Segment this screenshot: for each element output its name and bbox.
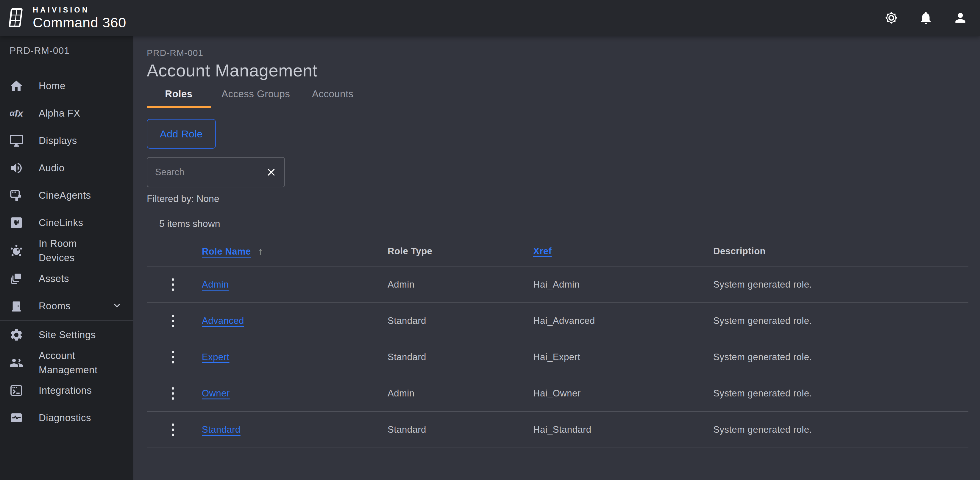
table-row: Admin Admin Hai_Admin System generated r… bbox=[147, 266, 968, 303]
add-role-button[interactable]: Add Role bbox=[147, 119, 216, 149]
sidebar-item-label: Displays bbox=[39, 133, 77, 148]
topbar-actions bbox=[883, 10, 968, 25]
sidebar-item-alpha-fx[interactable]: αfx Alpha FX bbox=[0, 100, 134, 127]
roles-table: Role Name↑ Role Type Xref Description Ad… bbox=[147, 236, 968, 448]
xref-cell: Hai_Expert bbox=[533, 352, 713, 363]
top-bar: HAIVISION Command 360 bbox=[0, 0, 980, 36]
display-settings-button[interactable] bbox=[883, 10, 899, 25]
row-actions-menu-button[interactable] bbox=[164, 383, 182, 404]
chevron-down-icon bbox=[111, 300, 123, 312]
page-title: Account Management bbox=[147, 61, 967, 80]
sidebar-item-cineagents[interactable]: CineAgents bbox=[0, 182, 134, 209]
sidebar-item-label: Alpha FX bbox=[39, 106, 80, 120]
clear-search-button[interactable] bbox=[265, 166, 278, 179]
sidebar-item-in-room-devices[interactable]: In Room Devices bbox=[0, 236, 134, 265]
row-actions-menu-button[interactable] bbox=[164, 310, 182, 331]
sidebar-divider bbox=[0, 320, 134, 321]
home-icon bbox=[9, 79, 24, 93]
role-name-link[interactable]: Advanced bbox=[202, 315, 244, 326]
role-type-cell: Standard bbox=[388, 425, 533, 435]
role-name-link[interactable]: Admin bbox=[202, 279, 229, 290]
gear-icon bbox=[9, 328, 24, 342]
cine-agents-icon bbox=[9, 188, 24, 203]
heartbeat-icon bbox=[9, 410, 24, 425]
sidebar-item-site-settings[interactable]: Site Settings bbox=[0, 321, 134, 349]
row-actions-menu-button[interactable] bbox=[164, 347, 182, 368]
display-settings-icon bbox=[884, 10, 899, 25]
row-actions-menu-button[interactable] bbox=[164, 274, 182, 295]
sidebar-item-label: Audio bbox=[39, 161, 65, 175]
table-row: Advanced Standard Hai_Advanced System ge… bbox=[147, 303, 968, 339]
room-name: PRD-RM-001 bbox=[0, 45, 134, 56]
tab-roles[interactable]: Roles bbox=[147, 88, 211, 106]
account-button[interactable] bbox=[953, 10, 968, 25]
sidebar-item-home[interactable]: Home bbox=[0, 72, 134, 100]
table-row: Owner Admin Hai_Owner System generated r… bbox=[147, 375, 968, 412]
layers-icon bbox=[9, 271, 24, 286]
column-header-description: Description bbox=[713, 246, 968, 257]
xref-cell: Hai_Owner bbox=[533, 388, 713, 399]
role-type-cell: Standard bbox=[388, 315, 533, 326]
sidebar-item-displays[interactable]: Displays bbox=[0, 127, 134, 154]
role-name-link[interactable]: Expert bbox=[202, 352, 229, 362]
description-cell: System generated role. bbox=[713, 279, 968, 290]
sidebar-item-label: In Room Devices bbox=[39, 236, 114, 265]
notifications-button[interactable] bbox=[918, 10, 934, 25]
close-icon bbox=[266, 167, 277, 177]
app-logo: HAIVISION Command 360 bbox=[6, 6, 126, 29]
items-shown-text: 5 items shown bbox=[159, 218, 967, 230]
sort-role-name-link[interactable]: Role Name bbox=[202, 246, 251, 257]
alpha-fx-icon: αfx bbox=[9, 106, 24, 121]
xref-cell: Hai_Advanced bbox=[533, 315, 713, 326]
description-cell: System generated role. bbox=[713, 352, 968, 363]
table-row: Expert Standard Hai_Expert System genera… bbox=[147, 339, 968, 375]
description-cell: System generated role. bbox=[713, 425, 968, 435]
sidebar: PRD-RM-001 Home αfx Alpha FX Displays Au… bbox=[0, 36, 134, 480]
role-type-cell: Admin bbox=[388, 388, 533, 399]
role-name-link[interactable]: Owner bbox=[202, 388, 230, 399]
column-header-xref: Xref bbox=[533, 246, 713, 257]
sidebar-item-account-management[interactable]: Account Management bbox=[0, 349, 134, 377]
brand-name: HAIVISION bbox=[33, 6, 126, 14]
sidebar-item-label: Home bbox=[39, 79, 65, 93]
speaker-icon bbox=[9, 161, 24, 176]
sidebar-item-assets[interactable]: Assets bbox=[0, 265, 134, 292]
tab-access-groups[interactable]: Access Groups bbox=[220, 88, 292, 106]
sidebar-item-label: CineAgents bbox=[39, 188, 91, 203]
sidebar-item-label: Assets bbox=[39, 271, 69, 286]
sidebar-item-diagnostics[interactable]: Diagnostics bbox=[0, 404, 134, 431]
door-icon bbox=[9, 299, 24, 314]
sort-xref-link[interactable]: Xref bbox=[533, 246, 552, 257]
display-monitor-icon bbox=[9, 133, 24, 148]
column-header-role-name: Role Name↑ bbox=[202, 246, 388, 257]
description-cell: System generated role. bbox=[713, 315, 968, 326]
notifications-bell-icon bbox=[918, 10, 933, 25]
sidebar-item-label: Site Settings bbox=[39, 328, 96, 342]
ethernet-icon bbox=[9, 215, 24, 230]
role-type-cell: Standard bbox=[388, 352, 533, 363]
people-icon bbox=[9, 355, 24, 370]
sidebar-item-audio[interactable]: Audio bbox=[0, 154, 134, 182]
breadcrumb: PRD-RM-001 bbox=[147, 48, 967, 58]
devices-hub-icon bbox=[9, 243, 24, 258]
table-header-row: Role Name↑ Role Type Xref Description bbox=[147, 236, 968, 266]
main-content: PRD-RM-001 Account Management Roles Acce… bbox=[134, 36, 980, 480]
sidebar-item-rooms[interactable]: Rooms bbox=[0, 292, 134, 320]
sidebar-nav: Home αfx Alpha FX Displays Audio bbox=[0, 72, 134, 431]
haivision-logo-icon bbox=[6, 6, 27, 29]
sort-ascending-icon: ↑ bbox=[258, 246, 263, 257]
user-account-icon bbox=[953, 10, 968, 25]
search-input[interactable] bbox=[155, 167, 265, 177]
row-actions-menu-button[interactable] bbox=[164, 419, 182, 440]
role-name-link[interactable]: Standard bbox=[202, 425, 240, 435]
table-row: Standard Standard Hai_Standard System ge… bbox=[147, 412, 968, 448]
sidebar-item-label: CineLinks bbox=[39, 215, 83, 230]
sidebar-item-cinelinks[interactable]: CineLinks bbox=[0, 209, 134, 236]
role-type-cell: Admin bbox=[388, 279, 533, 290]
tab-accounts[interactable]: Accounts bbox=[301, 88, 365, 106]
search-box bbox=[147, 157, 285, 187]
sidebar-item-label: Diagnostics bbox=[39, 411, 91, 425]
sidebar-item-integrations[interactable]: Integrations bbox=[0, 377, 134, 404]
product-name: Command 360 bbox=[33, 16, 126, 29]
terminal-icon bbox=[9, 383, 24, 398]
